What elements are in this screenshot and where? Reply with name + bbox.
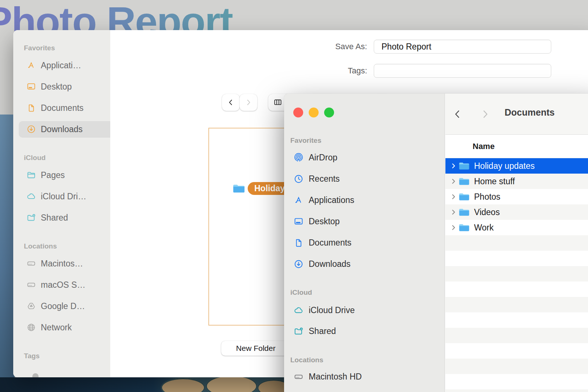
sidebar-item-desktop[interactable]: Desktop	[294, 215, 340, 227]
wallpaper-strip	[0, 115, 15, 392]
sidebar-item-desktop[interactable]: Desktop	[26, 81, 107, 92]
chevron-right-icon	[244, 98, 252, 106]
forward-button[interactable]	[478, 107, 492, 121]
save-as-label: Save As:	[294, 42, 367, 51]
save-dialog-sidebar: Favorites Applicati… Desktop Documents D…	[13, 30, 110, 377]
cloud-icon	[294, 305, 304, 315]
sidebar-item-documents[interactable]: Documents	[26, 102, 107, 114]
window-title: Documents	[505, 107, 555, 118]
minimize-button[interactable]	[309, 108, 319, 117]
folder-icon	[459, 192, 470, 202]
download-circle-icon	[294, 259, 304, 269]
folder-icon	[26, 170, 36, 180]
column-header-name[interactable]: Name	[445, 135, 588, 158]
clock-icon	[294, 174, 304, 184]
globe-icon	[26, 323, 36, 332]
new-folder-button[interactable]: New Folder	[221, 341, 290, 356]
sidebar-item-applications[interactable]: Applicati…	[26, 59, 107, 71]
columns-view-icon	[273, 98, 282, 107]
app-store-icon	[294, 195, 304, 205]
chevron-left-icon	[227, 98, 235, 106]
download-circle-icon	[26, 124, 36, 134]
airdrop-icon	[294, 153, 304, 163]
back-button[interactable]	[450, 107, 465, 121]
finder-content: Documents Name Holiday updates Home stuf…	[445, 94, 588, 392]
section-header-favorites: Favorites	[24, 44, 55, 52]
sidebar-item-icloud-drive[interactable]: iCloud Drive	[294, 304, 355, 316]
sidebar-item-applications[interactable]: Applications	[294, 194, 354, 206]
hard-drive-icon	[26, 259, 36, 268]
table-row[interactable]: Home stuff	[445, 174, 588, 189]
sidebar-item-recents[interactable]: Recents	[294, 173, 340, 185]
sidebar-item-shared[interactable]: Shared	[26, 212, 107, 224]
section-header-tags: Tags	[24, 352, 40, 360]
section-header-favorites: Favorites	[290, 137, 321, 145]
back-button[interactable]	[222, 94, 240, 111]
app-store-icon	[26, 61, 36, 70]
finder-toolbar: Documents	[445, 94, 588, 135]
table-row[interactable]: Work	[445, 220, 588, 235]
sidebar-item-macintosh-hd[interactable]: Macintos…	[26, 258, 107, 269]
hard-drive-icon	[294, 372, 304, 382]
sidebar-item-downloads[interactable]: Downloads	[26, 123, 107, 135]
folder-icon	[459, 161, 470, 171]
shared-folder-icon	[294, 326, 304, 336]
desktop-icon	[294, 217, 304, 226]
desktop-icon	[26, 82, 36, 91]
file-list: Holiday updates Home stuff Photos Videos	[445, 158, 588, 235]
shared-folder-icon	[26, 213, 36, 222]
finder-window: Favorites AirDrop Recents Applications D…	[284, 94, 588, 392]
sidebar-item-pages[interactable]: Pages	[26, 169, 107, 181]
finder-sidebar: Favorites AirDrop Recents Applications D…	[284, 94, 445, 392]
disclosure-chevron-icon[interactable]	[450, 162, 457, 170]
chevron-right-icon	[480, 109, 491, 120]
close-button[interactable]	[293, 108, 303, 117]
sidebar-item-icloud-drive[interactable]: iCloud Dri…	[26, 190, 107, 202]
document-icon	[26, 103, 36, 113]
hard-drive-icon	[26, 280, 36, 290]
table-row[interactable]: Videos	[445, 204, 588, 220]
disclosure-chevron-icon[interactable]	[450, 208, 457, 216]
save-as-input[interactable]	[374, 40, 551, 54]
empty-list-stripes	[445, 235, 588, 392]
tags-label: Tags:	[294, 66, 367, 76]
section-header-locations: Locations	[290, 356, 323, 364]
screen: Photo Report Favorites Applicati… Deskto…	[0, 0, 588, 392]
tags-input[interactable]	[374, 64, 551, 78]
folder-icon	[459, 208, 470, 217]
sidebar-item-network[interactable]: Network	[26, 322, 107, 333]
folder-icon	[233, 184, 245, 194]
disclosure-chevron-icon[interactable]	[450, 178, 457, 185]
section-header-icloud: iCloud	[24, 154, 46, 162]
disclosure-chevron-icon[interactable]	[450, 193, 457, 200]
folder-icon	[459, 223, 470, 232]
google-drive-icon	[26, 301, 36, 311]
table-row[interactable]: Photos	[445, 189, 588, 204]
sidebar-item-macintosh-hd[interactable]: Macintosh HD	[294, 371, 362, 382]
folder-icon	[459, 177, 470, 186]
disclosure-chevron-icon[interactable]	[450, 224, 457, 231]
forward-button[interactable]	[240, 94, 257, 111]
document-icon	[294, 238, 304, 248]
sidebar-item-documents[interactable]: Documents	[294, 237, 351, 248]
table-row[interactable]: Holiday updates	[445, 158, 588, 174]
section-header-icloud: iCloud	[290, 288, 312, 297]
sidebar-item-downloads[interactable]: Downloads	[294, 258, 351, 270]
chevron-left-icon	[452, 109, 463, 120]
turtle-photo	[161, 378, 205, 392]
section-header-locations: Locations	[24, 242, 57, 250]
sidebar-item-macos-system[interactable]: macOS S…	[26, 279, 107, 291]
tag-color-dot[interactable]	[32, 373, 39, 377]
sidebar-item-google-drive[interactable]: Google D…	[26, 300, 107, 312]
zoom-button[interactable]	[324, 108, 334, 117]
cloud-icon	[26, 192, 36, 201]
sidebar-item-airdrop[interactable]: AirDrop	[294, 152, 337, 163]
sidebar-item-shared[interactable]: Shared	[294, 325, 336, 337]
